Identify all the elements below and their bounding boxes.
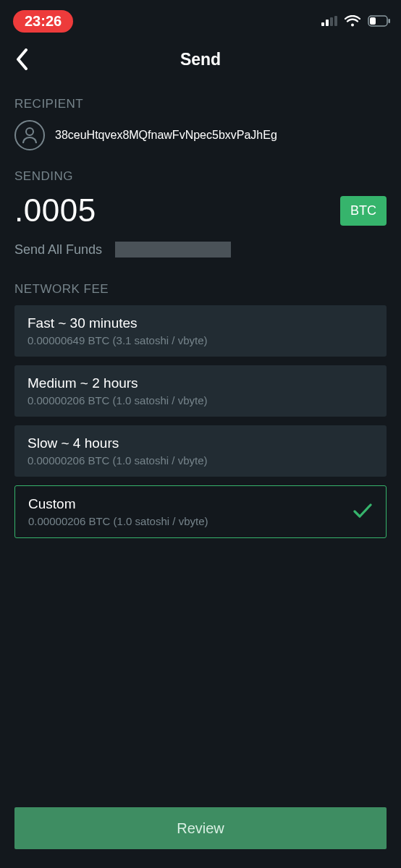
recipient-address[interactable]: 38ceuHtqvex8MQfnawFvNpec5bxvPaJhEg — [55, 129, 277, 142]
fee-option-sub: 0.00000206 BTC (1.0 satoshi / vbyte) — [28, 394, 207, 407]
status-time: 23:26 — [25, 13, 62, 30]
fee-option-title: Medium ~ 2 hours — [28, 375, 207, 391]
svg-rect-3 — [334, 16, 337, 26]
balance-redacted — [115, 242, 231, 258]
page-title: Send — [180, 50, 221, 69]
status-icons — [321, 15, 391, 27]
svg-rect-5 — [370, 17, 376, 25]
back-button[interactable] — [10, 48, 33, 71]
person-icon — [22, 127, 38, 144]
battery-icon — [368, 15, 391, 27]
wifi-icon — [345, 15, 360, 27]
check-icon — [353, 503, 373, 522]
fee-option-title: Fast ~ 30 minutes — [28, 315, 207, 331]
fee-option-title: Slow ~ 4 hours — [28, 435, 207, 451]
svg-point-7 — [26, 128, 33, 135]
recipient-row: 38ceuHtqvex8MQfnawFvNpec5bxvPaJhEg — [14, 120, 387, 150]
fee-option-sub: 0.00000206 BTC (1.0 satoshi / vbyte) — [28, 515, 208, 527]
review-button-label: Review — [177, 820, 224, 837]
status-bar: 23:26 — [0, 0, 401, 41]
send-all-funds-button[interactable]: Send All Funds — [14, 242, 102, 258]
fee-option-list: Fast ~ 30 minutes 0.00000649 BTC (3.1 sa… — [14, 305, 387, 538]
section-label-sending: SENDING — [14, 169, 387, 184]
fee-option-sub: 0.00000206 BTC (1.0 satoshi / vbyte) — [28, 454, 207, 467]
section-label-network-fee: NETWORK FEE — [14, 282, 387, 297]
fee-option-custom[interactable]: Custom 0.00000206 BTC (1.0 satoshi / vby… — [14, 485, 387, 538]
svg-rect-6 — [389, 19, 391, 23]
fee-option-fast[interactable]: Fast ~ 30 minutes 0.00000649 BTC (3.1 sa… — [14, 305, 387, 357]
recipient-avatar — [14, 120, 45, 150]
currency-badge[interactable]: BTC — [340, 196, 387, 226]
cellular-icon — [321, 16, 337, 26]
fee-option-sub: 0.00000649 BTC (3.1 satoshi / vbyte) — [28, 334, 207, 346]
review-button[interactable]: Review — [14, 807, 387, 849]
title-bar: Send — [0, 41, 401, 78]
amount-row: .0005 BTC — [14, 192, 387, 229]
amount-input[interactable]: .0005 — [14, 192, 96, 229]
fee-option-slow[interactable]: Slow ~ 4 hours 0.00000206 BTC (1.0 satos… — [14, 425, 387, 477]
send-all-row: Send All Funds — [14, 242, 387, 258]
fee-option-medium[interactable]: Medium ~ 2 hours 0.00000206 BTC (1.0 sat… — [14, 365, 387, 417]
svg-rect-1 — [326, 20, 329, 26]
section-label-recipient: RECIPIENT — [14, 97, 387, 111]
svg-rect-2 — [330, 17, 333, 26]
chevron-left-icon — [15, 48, 28, 70]
svg-rect-0 — [321, 22, 324, 26]
fee-option-title: Custom — [28, 496, 208, 512]
recording-time-pill: 23:26 — [13, 10, 73, 33]
